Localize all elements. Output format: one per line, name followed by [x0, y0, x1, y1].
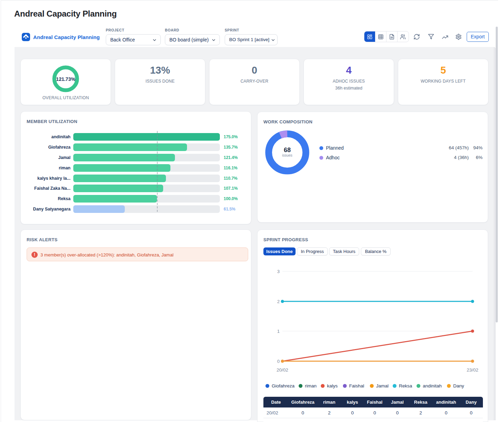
svg-text:issues: issues — [282, 153, 292, 157]
svg-text:68: 68 — [284, 147, 291, 153]
